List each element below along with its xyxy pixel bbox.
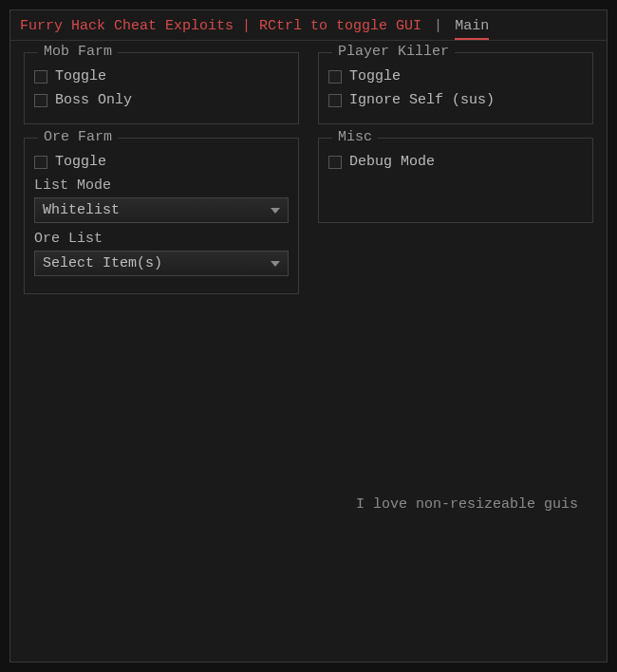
group-legend-ore-farm: Ore Farm (38, 129, 118, 145)
group-ore-farm: Ore Farm Toggle List Mode Whitelist Ore … (24, 138, 299, 294)
ore-farm-toggle-row[interactable]: Toggle (34, 152, 289, 172)
player-killer-ignore-self-label: Ignore Self (sus) (349, 92, 495, 108)
window-body: Mob Farm Toggle Boss Only Ore Farm Toggl… (10, 41, 607, 658)
misc-debug-mode-label: Debug Mode (349, 154, 435, 170)
group-legend-misc: Misc (332, 129, 378, 145)
ore-farm-toggle-label: Toggle (55, 154, 106, 170)
list-mode-dropdown[interactable]: Whitelist (34, 197, 289, 223)
checkbox-icon[interactable] (328, 70, 342, 84)
mob-farm-boss-only-row[interactable]: Boss Only (34, 90, 289, 110)
chevron-down-icon (271, 208, 280, 214)
mob-farm-toggle-label: Toggle (55, 68, 106, 84)
titlebar: Furry Hack Cheat Exploits | RCtrl to tog… (10, 10, 607, 41)
list-mode-value: Whitelist (43, 202, 120, 218)
left-column: Mob Farm Toggle Boss Only Ore Farm Toggl… (24, 52, 299, 646)
player-killer-toggle-row[interactable]: Toggle (328, 66, 583, 86)
checkbox-icon[interactable] (34, 70, 47, 84)
ore-list-label: Ore List (34, 231, 289, 247)
ore-list-value: Select Item(s) (43, 255, 162, 271)
group-legend-mob-farm: Mob Farm (38, 44, 118, 60)
group-player-killer: Player Killer Toggle Ignore Self (sus) (318, 52, 593, 124)
chevron-down-icon (271, 261, 280, 267)
list-mode-label: List Mode (34, 177, 289, 194)
mob-farm-toggle-row[interactable]: Toggle (34, 66, 289, 86)
checkbox-icon[interactable] (34, 156, 47, 169)
footer-text: I love non-resizeable guis (356, 496, 578, 513)
checkbox-icon[interactable] (328, 94, 342, 107)
checkbox-icon[interactable] (34, 94, 47, 107)
window-title: Furry Hack Cheat Exploits | RCtrl to tog… (20, 18, 421, 34)
group-mob-farm: Mob Farm Toggle Boss Only (24, 52, 299, 124)
title-separator: | (434, 18, 442, 34)
tab-main[interactable]: Main (455, 18, 489, 34)
group-misc: Misc Debug Mode (318, 138, 593, 223)
right-column: Player Killer Toggle Ignore Self (sus) M… (318, 52, 593, 646)
misc-debug-mode-row[interactable]: Debug Mode (328, 152, 583, 172)
ore-list-dropdown[interactable]: Select Item(s) (34, 251, 289, 276)
player-killer-toggle-label: Toggle (349, 68, 401, 84)
group-legend-player-killer: Player Killer (332, 44, 455, 60)
mob-farm-boss-only-label: Boss Only (55, 92, 132, 108)
main-window: Furry Hack Cheat Exploits | RCtrl to tog… (9, 9, 608, 663)
checkbox-icon[interactable] (328, 156, 342, 169)
player-killer-ignore-self-row[interactable]: Ignore Self (sus) (328, 90, 583, 110)
